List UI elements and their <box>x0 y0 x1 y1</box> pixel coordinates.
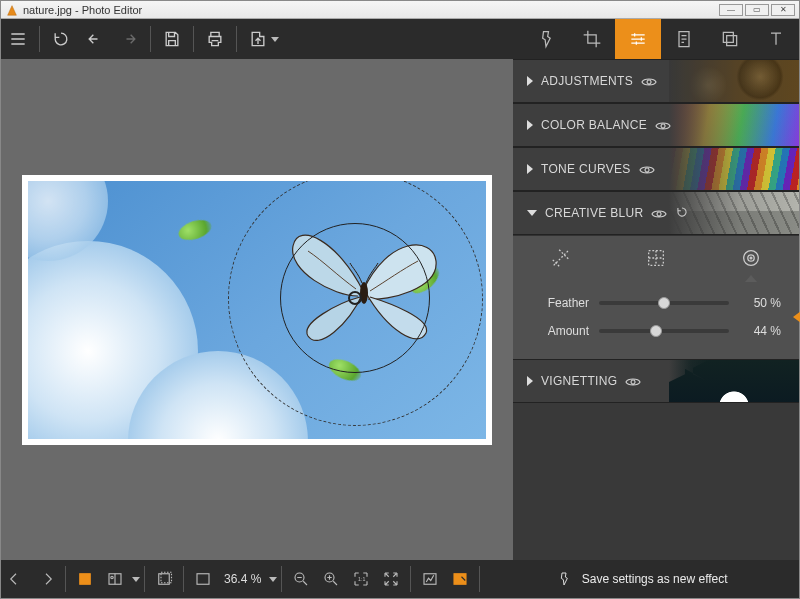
window-maximize-button[interactable]: ▭ <box>745 4 769 16</box>
zoom-actual-button[interactable]: 1:1 <box>346 560 376 598</box>
view-compare-caret[interactable] <box>132 577 140 582</box>
svg-point-3 <box>750 257 752 259</box>
expand-icon <box>527 376 533 386</box>
window-minimize-button[interactable]: — <box>719 4 743 16</box>
revert-button[interactable] <box>44 19 78 59</box>
app-body: ADJUSTMENTS COLOR BALANCE <box>1 19 799 598</box>
expand-icon <box>527 76 533 86</box>
blur-mode-radial[interactable] <box>737 244 765 272</box>
image-canvas[interactable] <box>28 181 486 439</box>
section-tone-curves[interactable]: TONE CURVES <box>513 147 799 191</box>
save-as-effect-label: Save settings as new effect <box>582 572 728 586</box>
zoom-fit-button[interactable] <box>376 560 406 598</box>
right-panel: ADJUSTMENTS COLOR BALANCE <box>513 59 799 560</box>
slider-feather-thumb[interactable] <box>658 297 670 309</box>
navigator-button[interactable] <box>445 560 475 598</box>
creative-blur-options: Feather 50 % Amount 44 % <box>513 235 799 359</box>
zoom-dropdown-caret[interactable] <box>269 577 277 582</box>
section-vignetting[interactable]: VIGNETTING <box>513 359 799 403</box>
section-label: CREATIVE BLUR <box>545 206 643 220</box>
save-button[interactable] <box>155 19 189 59</box>
section-creative-blur[interactable]: CREATIVE BLUR <box>513 191 799 235</box>
svg-rect-10 <box>197 574 209 585</box>
slider-label: Amount <box>531 324 589 338</box>
slider-amount-track[interactable] <box>599 329 729 333</box>
section-color-balance[interactable]: COLOR BALANCE <box>513 103 799 147</box>
visibility-icon[interactable] <box>625 376 641 386</box>
blur-mode-linear[interactable] <box>547 244 575 272</box>
tab-effects[interactable] <box>523 19 569 59</box>
tab-retouch[interactable] <box>661 19 707 59</box>
svg-point-7 <box>111 576 113 578</box>
zoom-out-button[interactable] <box>286 560 316 598</box>
canvas-area[interactable] <box>1 59 513 560</box>
tab-adjust[interactable] <box>615 19 661 59</box>
expand-icon <box>527 120 533 130</box>
app-window: nature.jpg - Photo Editor — ▭ ✕ <box>0 0 800 599</box>
print-button[interactable] <box>198 19 232 59</box>
visibility-icon[interactable] <box>655 120 671 130</box>
visibility-icon[interactable] <box>641 76 657 86</box>
tab-overlay[interactable] <box>707 19 753 59</box>
visibility-icon[interactable] <box>639 164 655 174</box>
section-adjustments[interactable]: ADJUSTMENTS <box>513 59 799 103</box>
undo-button[interactable] <box>78 19 112 59</box>
export-button[interactable] <box>241 19 275 59</box>
redo-button[interactable] <box>112 19 146 59</box>
window-close-button[interactable]: ✕ <box>771 4 795 16</box>
fit-screen-button[interactable] <box>188 560 218 598</box>
collapse-icon <box>527 210 537 216</box>
svg-point-5 <box>84 576 87 579</box>
save-as-effect-button[interactable]: Save settings as new effect <box>484 570 799 588</box>
blur-mode-grid[interactable] <box>642 244 670 272</box>
tab-crop[interactable] <box>569 19 615 59</box>
slider-feather: Feather 50 % <box>531 289 781 317</box>
window-title: nature.jpg - Photo Editor <box>23 4 142 16</box>
slider-feather-track[interactable] <box>599 301 729 305</box>
histogram-button[interactable] <box>415 560 445 598</box>
slider-label: Feather <box>531 296 589 310</box>
section-label: ADJUSTMENTS <box>541 74 633 88</box>
app-icon <box>5 3 19 17</box>
export-dropdown-caret[interactable] <box>271 37 279 42</box>
reset-icon[interactable] <box>675 205 689 222</box>
panel-flyout-handle[interactable] <box>793 311 800 323</box>
visibility-icon[interactable] <box>651 208 667 218</box>
expand-icon <box>527 164 533 174</box>
rotate-button[interactable] <box>149 560 179 598</box>
side-tabs <box>523 19 799 59</box>
section-label: TONE CURVES <box>541 162 631 176</box>
blur-center-handle[interactable] <box>348 291 362 305</box>
zoom-readout: 36.4 % <box>218 572 267 586</box>
titlebar: nature.jpg - Photo Editor — ▭ ✕ <box>1 1 799 19</box>
section-label: COLOR BALANCE <box>541 118 647 132</box>
section-label: VIGNETTING <box>541 374 617 388</box>
top-toolbar <box>1 19 799 59</box>
slider-amount-value: 44 % <box>739 324 781 338</box>
slider-amount-thumb[interactable] <box>650 325 662 337</box>
next-image-button[interactable] <box>31 560 61 598</box>
view-compare-button[interactable] <box>100 560 130 598</box>
svg-point-1 <box>744 250 759 265</box>
view-single-button[interactable] <box>70 560 100 598</box>
tab-text[interactable] <box>753 19 799 59</box>
svg-point-2 <box>748 254 754 260</box>
menu-button[interactable] <box>1 19 35 59</box>
svg-text:1:1: 1:1 <box>358 576 365 582</box>
slider-feather-value: 50 % <box>739 296 781 310</box>
zoom-in-button[interactable] <box>316 560 346 598</box>
prev-image-button[interactable] <box>1 560 31 598</box>
status-bar: 36.4 % 1:1 Save settings as new effect <box>1 560 799 598</box>
slider-amount: Amount 44 % <box>531 317 781 345</box>
